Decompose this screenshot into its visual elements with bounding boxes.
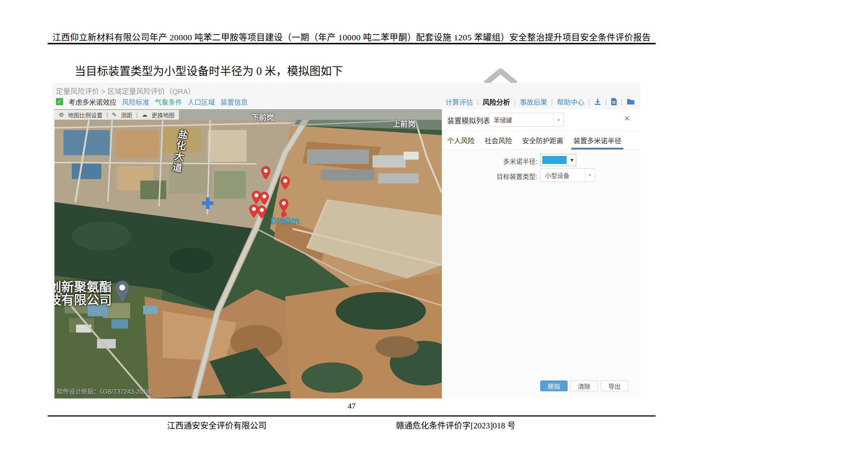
simulate-button[interactable]: 模拟 (540, 380, 568, 391)
gear-icon: ⚙ (59, 111, 64, 118)
simulation-panel: 装置模拟列表： 苯储罐 ▾ × 个人风险 社会风险 安全防护距离 装置多米诺半径… (442, 109, 640, 398)
qra-app-screenshot: 定量风险评价 > 区域定量风险评价（QRA） ✓ 考虑多米诺效应 风险标准 气象… (52, 83, 640, 398)
map-pin-red[interactable] (279, 199, 289, 212)
panel-header: 装置模拟列表： 苯储罐 ▾ × (442, 109, 640, 131)
arrow-down-icon[interactable]: ▼ (568, 157, 576, 163)
link-help-center[interactable]: 帮助中心 (557, 97, 584, 107)
file-icon[interactable] (611, 98, 617, 105)
header-rule (48, 43, 656, 44)
company-label-line2: 技有限公司 (54, 294, 112, 307)
scroll-top-chevron-icon[interactable] (483, 68, 519, 84)
footer-certificate: 赣通危化条件评价字[2023]018 号 (396, 419, 516, 431)
company-label-line1: 创新聚氨酯 (54, 281, 112, 294)
footer-company: 江西通安安全评价有限公司 (167, 419, 266, 431)
divider: | (605, 98, 607, 106)
map-scale-settings-button[interactable]: 地图比例设置 (68, 111, 102, 119)
map-pin-red[interactable] (261, 166, 271, 180)
divider: | (106, 112, 108, 118)
panel-body: 多米诺半径: ▼ 目标装置类型: 小型设备 ▾ 模拟 清除 导出 (442, 150, 640, 398)
place-label-shangqiangang: 上前岗 (393, 118, 415, 129)
company-label: 创新聚氨酯 技有限公司 (54, 281, 112, 307)
link-accident-consequence[interactable]: 事故后果 (520, 97, 547, 107)
domino-radius-label: 多米诺半径: (442, 156, 537, 166)
device-select[interactable]: 苯储罐 ▾ (489, 113, 564, 127)
map-pin-red[interactable] (259, 192, 269, 205)
tab-social-risk[interactable]: 社会风险 (485, 131, 512, 150)
divider: | (621, 98, 623, 106)
divider: | (588, 98, 590, 106)
chevron-down-icon[interactable]: ▾ (554, 113, 563, 126)
target-type-label: 目标装置类型: (442, 171, 537, 181)
divider: | (514, 98, 516, 106)
place-label-xiaqiangang: 下前岗 (251, 111, 274, 122)
cloud-icon: ☁ (142, 111, 147, 118)
domino-radius-select[interactable]: ▼ (540, 154, 576, 166)
close-icon[interactable]: × (624, 113, 630, 123)
pencil-icon: ✎ (112, 111, 117, 118)
selected-color-swatch (542, 156, 567, 164)
divider: | (477, 98, 479, 106)
panel-buttons: 模拟 清除 导出 (540, 380, 628, 391)
tab-personal-risk[interactable]: 个人风险 (447, 131, 475, 150)
page-number: 47 (47, 401, 656, 411)
device-select-value: 苯储罐 (489, 115, 554, 124)
domino-effect-checkbox[interactable]: ✓ (56, 98, 63, 105)
map-controls-bar: ⚙ 地图比例设置 | ✎ 测距 | ☁ 更换地图 (54, 110, 179, 120)
measure-distance-button[interactable]: 测距 (121, 111, 132, 119)
satellite-map[interactable]: ⚙ 地图比例设置 | ✎ 测距 | ☁ 更换地图 下前岗 上前岗 盐化大道 创新… (54, 109, 442, 398)
distance-label: 0.00m (271, 215, 299, 226)
folder-icon[interactable] (627, 98, 635, 105)
toolbar-left: ✓ 考虑多米诺效应 风险标准 气象条件 人口区域 装置信息 (56, 97, 248, 107)
tab-safety-distance[interactable]: 安全防护距离 (522, 131, 563, 150)
export-button[interactable]: 导出 (601, 380, 628, 391)
panel-tabs: 个人风险 社会风险 安全防护距离 装置多米诺半径 (442, 131, 640, 150)
map-pin-red[interactable] (280, 176, 290, 190)
link-risk-analysis-active[interactable]: 风险分析 (483, 97, 510, 107)
divider: | (551, 98, 553, 106)
link-weather-conditions[interactable]: 气象条件 (155, 97, 182, 107)
toolbar-right: 计算评估 | 风险分析 | 事故后果 | 帮助中心 | | | (445, 97, 635, 107)
download-icon[interactable] (594, 98, 601, 105)
map-pin-red[interactable] (257, 205, 267, 219)
link-device-info[interactable]: 装置信息 (220, 97, 248, 107)
target-type-value: 小型设备 (541, 171, 585, 180)
switch-map-button[interactable]: 更换地图 (151, 111, 175, 119)
link-calc-evaluation[interactable]: 计算评估 (445, 97, 473, 107)
map-center-cross-icon (201, 197, 214, 210)
clear-button[interactable]: 清除 (570, 380, 598, 391)
satellite-map-image (54, 109, 442, 398)
domino-effect-label: 考虑多米诺效应 (69, 97, 116, 107)
map-attribution: 软件设计依据：《GB/T37243-2019》 (57, 387, 156, 396)
link-population-zones[interactable]: 人口区域 (188, 97, 215, 107)
footer-rule (48, 415, 656, 416)
chevron-down-icon[interactable]: ▾ (585, 169, 595, 182)
report-header-title: 江西仰立新材料有限公司年产 20000 吨苯二甲胺等项目建设（一期（年产 100… (47, 30, 656, 43)
target-type-select[interactable]: 小型设备 ▾ (540, 168, 595, 182)
divider: | (136, 112, 138, 118)
breadcrumb: 定量风险评价 > 区域定量风险评价（QRA） (56, 86, 195, 96)
link-risk-criteria[interactable]: 风险标准 (122, 97, 149, 107)
body-paragraph: 当目标装置类型为小型设备时半径为 0 米，模拟图如下 (75, 62, 343, 78)
company-map-pin[interactable] (114, 280, 130, 304)
tab-device-domino-radius[interactable]: 装置多米诺半径 (573, 131, 621, 150)
